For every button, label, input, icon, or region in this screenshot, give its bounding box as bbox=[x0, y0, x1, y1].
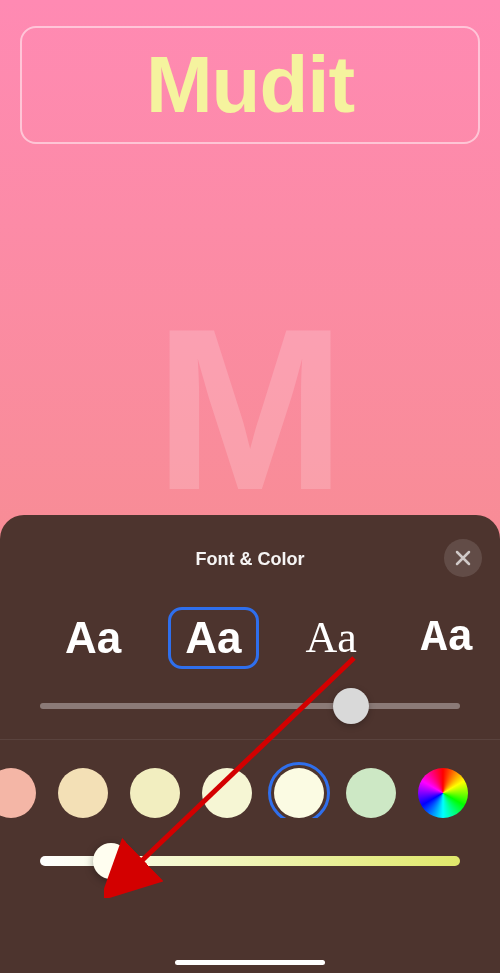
panel-header: Font & Color bbox=[0, 539, 500, 579]
monogram-watermark: M bbox=[154, 295, 346, 525]
color-picker-row bbox=[0, 740, 500, 818]
panel-title: Font & Color bbox=[196, 549, 305, 570]
contact-name: Mudit bbox=[146, 39, 354, 131]
tint-track bbox=[40, 856, 460, 866]
tint-thumb[interactable] bbox=[93, 843, 129, 879]
close-button[interactable] bbox=[444, 539, 482, 577]
color-swatch-4[interactable] bbox=[274, 768, 324, 818]
font-picker-row: AaAaAaAa bbox=[0, 579, 500, 669]
weight-slider[interactable] bbox=[0, 669, 500, 739]
font-option-2[interactable]: Aa bbox=[289, 607, 374, 669]
font-option-0[interactable]: Aa bbox=[48, 607, 138, 669]
slider-thumb[interactable] bbox=[333, 688, 369, 724]
home-indicator[interactable] bbox=[175, 960, 325, 965]
slider-track bbox=[40, 703, 460, 709]
color-swatch-5[interactable] bbox=[346, 768, 396, 818]
font-color-panel: Font & Color AaAaAaAa bbox=[0, 515, 500, 973]
tint-slider[interactable] bbox=[0, 818, 500, 866]
name-display-box[interactable]: Mudit bbox=[20, 26, 480, 144]
color-swatch-1[interactable] bbox=[58, 768, 108, 818]
close-icon bbox=[455, 550, 471, 566]
color-swatch-0[interactable] bbox=[0, 768, 36, 818]
color-swatch-3[interactable] bbox=[202, 768, 252, 818]
font-option-1[interactable]: Aa bbox=[168, 607, 258, 669]
color-wheel-button[interactable] bbox=[418, 768, 468, 818]
font-option-3[interactable]: Aa bbox=[404, 607, 491, 669]
color-swatch-2[interactable] bbox=[130, 768, 180, 818]
